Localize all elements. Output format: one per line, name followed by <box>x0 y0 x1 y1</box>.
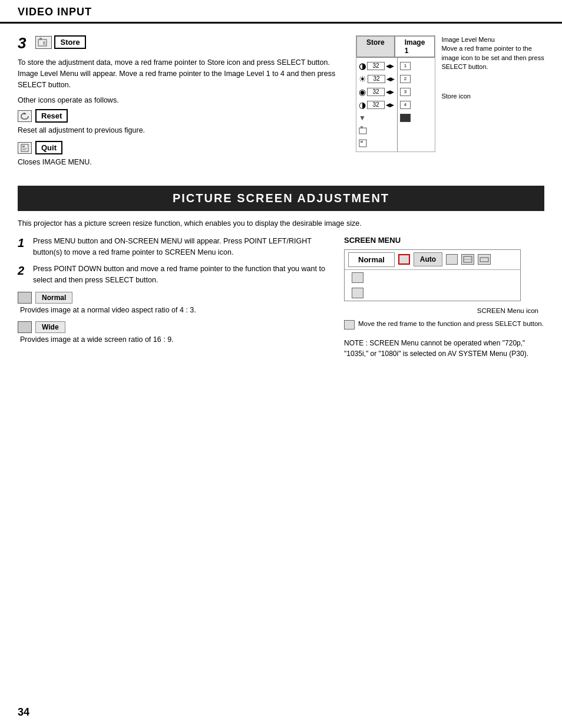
page-header: VIDEO INPUT <box>0 0 562 24</box>
svg-rect-1 <box>39 38 42 40</box>
screen-auto-box: Auto <box>414 252 442 266</box>
menu-icon-quit-small <box>359 139 369 148</box>
menu-val-3: 32 <box>367 88 385 96</box>
quit-text: Closes IMAGE MENU. <box>18 157 338 168</box>
step3-number: 3 <box>18 35 26 51</box>
menu-image1-tab: Image 1 <box>395 36 435 57</box>
store-icon-note: Store icon <box>441 92 544 101</box>
other-icons: Other icons operate as follows. Reset Re… <box>18 96 338 168</box>
level-icon-1: 1 <box>400 62 411 70</box>
psa-two-col: 1 Press MENU button and ON-SCREEN MENU w… <box>18 236 544 359</box>
screen-normal-box: Normal <box>348 252 395 267</box>
screen-menu-diagram: Normal Auto <box>344 249 521 301</box>
psa-step1: 1 Press MENU button and ON-SCREEN MENU w… <box>18 236 326 258</box>
other-icons-label: Other icons operate as follows. <box>18 96 338 104</box>
step3-text: To store the adjustment data, move a red… <box>18 57 338 90</box>
psa-title: PICTURE SCREEN ADJUSTMENT <box>18 186 544 211</box>
store-icon-row: Store <box>35 35 85 49</box>
menu-icon-brightness: ◑ <box>359 61 366 71</box>
svg-rect-8 <box>359 128 366 134</box>
menu-icon-tint: ◑ <box>359 100 366 110</box>
normal-text: Provides image at a normal video aspect … <box>20 306 326 314</box>
psa-step2-number: 2 <box>18 263 28 286</box>
wide-label: Wide <box>35 321 65 333</box>
step3-left: 3 Store To store the adjustment data, mo… <box>18 35 338 174</box>
image-level-menu-note: Image Level MenuMove a red frame pointer… <box>441 35 544 74</box>
menu-icon-contrast: ☀ <box>359 74 366 84</box>
screen-move-note: Move the red frame to the function and p… <box>344 319 544 330</box>
level-icon-2: 2 <box>400 75 411 83</box>
wide-text: Provides image at a wide screen ratio of… <box>20 335 326 344</box>
step3-right: Store Image 1 ◑ 32 ◀▶ <box>356 35 544 174</box>
screen-icon-2 <box>446 254 458 265</box>
psa-step1-number: 1 <box>18 236 28 258</box>
psa-left: 1 Press MENU button and ON-SCREEN MENU w… <box>18 236 326 359</box>
level-icon-4: 4 <box>400 101 411 109</box>
screen-icon-3 <box>461 254 474 265</box>
wide-mode-icon <box>18 321 32 333</box>
menu-val-4: 32 <box>367 101 385 109</box>
normal-mode-row: Normal <box>18 292 326 304</box>
image-level-menu-diagram: Store Image 1 ◑ 32 ◀▶ <box>356 35 435 152</box>
screen-menu-label: SCREEN MENU <box>344 236 544 245</box>
reset-label: Reset <box>35 109 68 123</box>
screen-move-icon <box>344 320 355 330</box>
svg-rect-14 <box>480 258 488 262</box>
reset-text: Reset all adjustment to previous figure. <box>18 125 338 136</box>
store-label: Store <box>54 35 85 49</box>
screen-move-text: Move the red frame to the function and p… <box>358 319 544 328</box>
menu-annotation: Image Level MenuMove a red frame pointer… <box>441 35 544 101</box>
screen-icon-4 <box>478 254 491 265</box>
psa-step2: 2 Press POINT DOWN button and move a red… <box>18 263 326 286</box>
svg-rect-10 <box>359 140 366 147</box>
normal-mode-icon <box>18 292 32 304</box>
menu-icon-store <box>359 126 369 135</box>
menu-val-1: 32 <box>367 62 385 70</box>
screen-row2-icon1 <box>352 272 363 283</box>
psa-step1-text: Press MENU button and ON-SCREEN MENU wil… <box>33 236 326 258</box>
menu-val-2: 32 <box>368 75 385 83</box>
svg-rect-11 <box>361 141 363 143</box>
level-icon-5-dark <box>400 114 411 122</box>
menu-store-tab: Store <box>356 36 395 57</box>
screen-note: NOTE : SCREEN Menu cannot be operated wh… <box>344 338 544 359</box>
reset-icon <box>18 110 32 122</box>
screen-menu-icon-note: SCREEN Menu icon <box>344 307 538 314</box>
page-title: VIDEO INPUT <box>18 6 544 18</box>
psa-right: SCREEN MENU Normal Auto <box>344 236 544 359</box>
wide-mode-row: Wide <box>18 321 326 333</box>
menu-icon-down1: ▼ <box>359 114 366 122</box>
reset-row: Reset <box>18 109 338 123</box>
psa-step2-text: Press POINT DOWN button and move a red f… <box>33 263 326 286</box>
svg-rect-2 <box>43 41 45 45</box>
quit-label: Quit <box>35 141 62 154</box>
page-number: 34 <box>18 706 29 719</box>
quit-icon <box>18 142 32 154</box>
store-icon <box>35 36 52 49</box>
psa-intro: This projector has a picture screen resi… <box>18 219 544 228</box>
quit-row: Quit <box>18 141 338 154</box>
level-icon-3: 3 <box>400 88 411 96</box>
svg-rect-4 <box>21 144 28 151</box>
svg-rect-9 <box>361 126 363 129</box>
menu-icon-color: ◉ <box>359 87 366 97</box>
screen-icon-1 <box>398 254 410 265</box>
screen-row3-icon1 <box>352 288 363 298</box>
svg-rect-5 <box>22 146 25 147</box>
normal-label: Normal <box>35 292 72 304</box>
step3-section: 3 Store To store the adjustment data, mo… <box>18 35 544 174</box>
